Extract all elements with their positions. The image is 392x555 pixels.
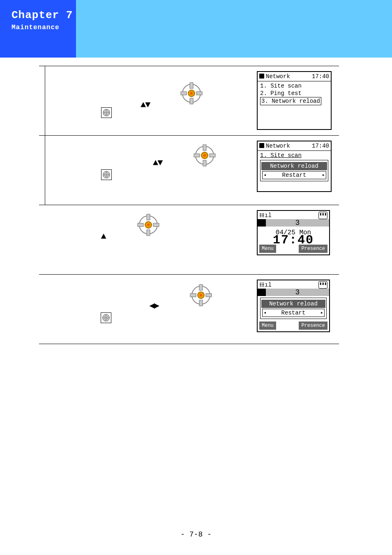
square-icon: [259, 74, 264, 79]
svg-rect-15: [203, 160, 206, 166]
svg-rect-4: [190, 83, 193, 88]
svg-rect-34: [206, 294, 212, 297]
step-controls-4: ◀▶: [45, 275, 254, 344]
left-triangle-icon: ◂: [263, 171, 266, 179]
dpad-icon: [136, 213, 161, 237]
softkey-right[interactable]: Presence: [299, 321, 327, 330]
phone-icon: [258, 289, 266, 296]
highlight-label: Network reload: [261, 162, 327, 170]
step-screen-4: 𝌮ıl ▮▮▮ 3 Network reload ◂ Restart ▸ Men…: [254, 275, 339, 344]
svg-rect-33: [190, 294, 196, 297]
up-down-arrows-icon: ▲▼: [153, 158, 162, 168]
step-gutter-open: [39, 205, 45, 275]
lcd-screen-standby-confirm: 𝌮ıl ▮▮▮ 3 Network reload ◂ Restart ▸ Men…: [257, 280, 330, 332]
step-screen-2: Network 17:40 1. Site scan Network reloa…: [254, 136, 339, 205]
lcd-body: 1. Site scan Network reload ◂ Restart ▸: [258, 151, 331, 191]
softkey-row: Menu Presence: [258, 321, 329, 331]
up-down-arrows-icon: ▲▼: [141, 100, 150, 110]
nav-row: ◂ Restart ▸: [262, 309, 325, 317]
lcd-time: 17:40: [312, 73, 329, 80]
status-bar: 𝌮ıl ▮▮▮: [258, 280, 329, 289]
chapter-title: Chapter 7: [12, 9, 69, 21]
svg-point-12: [106, 174, 107, 176]
svg-point-19: [203, 154, 206, 157]
step-gutter: [39, 66, 45, 136]
softkey-left[interactable]: Menu: [259, 321, 276, 330]
nav-label: Restart: [281, 309, 306, 317]
svg-rect-31: [199, 284, 203, 290]
svg-point-27: [103, 314, 109, 321]
line-digit: 3: [266, 219, 329, 227]
chapter-header: Chapter 7 Maintenance: [0, 0, 76, 58]
status-bar: 𝌮ıl ▮▮▮: [258, 211, 329, 219]
svg-rect-7: [196, 92, 202, 95]
highlight-label: Network reload: [261, 300, 325, 308]
svg-point-29: [105, 317, 107, 319]
menu-item: 1. Site scan: [260, 82, 328, 90]
signal-icon: 𝌮ıl: [259, 281, 272, 289]
svg-rect-6: [181, 92, 187, 95]
right-triangle-icon: ▸: [322, 171, 325, 179]
lcd-title: Network: [259, 142, 290, 150]
phone-icon: [258, 219, 266, 227]
dpad-icon: [179, 81, 204, 106]
svg-point-0: [103, 109, 110, 116]
lcd-title-row: Network 17:40: [258, 72, 331, 81]
softkey-left[interactable]: Menu: [259, 245, 276, 253]
menu-item: 2. Ping test: [260, 90, 328, 97]
nav-row: ◂ Restart ▸: [262, 171, 326, 179]
step-screen-1: Network 17:40 1. Site scan 2. Ping test …: [254, 66, 339, 136]
step-controls-1: ▲▼: [45, 66, 254, 136]
left-right-arrows-icon: ◀▶: [149, 300, 159, 311]
svg-point-28: [104, 316, 108, 320]
menu-item-selected: 3. Network reload: [260, 97, 321, 105]
step-controls-3: ▲: [45, 205, 254, 275]
chapter-subtitle: Maintenance: [12, 24, 69, 31]
square-icon: [259, 143, 264, 148]
battery-icon: ▮▮▮: [318, 281, 327, 289]
svg-point-36: [200, 294, 202, 296]
left-triangle-icon: ◂: [263, 309, 266, 317]
svg-rect-23: [138, 223, 143, 227]
menu-key-icon: [101, 312, 111, 323]
softkey-right[interactable]: Presence: [299, 245, 327, 253]
menu-key-icon: [101, 169, 112, 180]
svg-rect-21: [147, 214, 150, 220]
line-number-row: 3: [258, 289, 329, 296]
svg-rect-5: [190, 98, 193, 104]
svg-point-1: [104, 111, 108, 115]
step-gutter-open: [39, 275, 45, 344]
step-controls-2: ▲▼: [45, 136, 254, 205]
svg-point-11: [104, 173, 108, 177]
menu-key-icon: [101, 107, 112, 118]
svg-rect-16: [194, 154, 200, 157]
step-screen-3: 𝌮ıl ▮▮▮ 3 04/25 Mon 17:40 Menu Presence: [254, 205, 339, 275]
dpad-icon: [189, 283, 213, 308]
svg-rect-32: [199, 300, 203, 306]
page-footer: - 7-8 -: [0, 530, 392, 539]
lcd-time: 17:40: [312, 142, 329, 150]
svg-point-9: [190, 92, 193, 95]
lcd-body: 1. Site scan 2. Ping test 3. Network rel…: [258, 81, 331, 129]
nav-label: Restart: [282, 171, 307, 179]
header-band: Chapter 7 Maintenance: [0, 0, 392, 58]
menu-header-item: 1. Site scan: [260, 152, 328, 159]
svg-rect-17: [210, 154, 215, 157]
right-triangle-icon: ▸: [321, 309, 323, 317]
lcd-screen: Network 17:40 1. Site scan 2. Ping test …: [257, 71, 332, 130]
svg-point-26: [147, 224, 150, 226]
svg-rect-22: [147, 230, 150, 236]
signal-icon: 𝌮ıl: [259, 212, 272, 219]
svg-rect-14: [203, 145, 206, 150]
lcd-title-row: Network 17:40: [258, 141, 331, 151]
lcd-screen-standby: 𝌮ıl ▮▮▮ 3 04/25 Mon 17:40 Menu Presence: [257, 210, 330, 255]
lcd-screen: Network 17:40 1. Site scan Network reloa…: [257, 141, 332, 192]
line-number-row: 3: [258, 219, 329, 227]
line-digit: 3: [266, 289, 329, 296]
up-arrow-icon: ▲: [101, 231, 105, 242]
svg-rect-24: [153, 223, 159, 227]
content-area: ▲▼ Network 17:40 1. Site scan 2. Ping te…: [39, 66, 339, 344]
lcd-title: Network: [259, 73, 290, 80]
step-gutter: [39, 136, 45, 205]
svg-point-2: [106, 112, 107, 113]
